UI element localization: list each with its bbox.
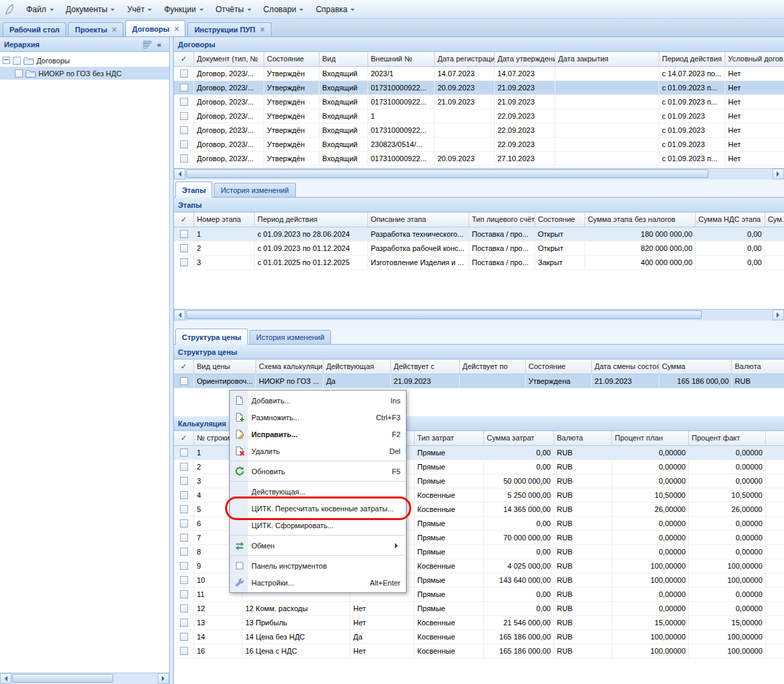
column-header[interactable]: Состояние — [535, 212, 585, 227]
checkbox[interactable] — [180, 562, 188, 570]
column-header[interactable]: Условный догов... — [725, 52, 784, 66]
column-header[interactable]: Внешний № — [368, 52, 435, 66]
tab-close-icon[interactable]: × — [174, 25, 179, 33]
collapse-panel-button[interactable]: « — [153, 39, 165, 50]
checkbox[interactable] — [180, 69, 188, 78]
context-menu-item[interactable]: Обмен — [230, 537, 406, 554]
tree-checkbox[interactable] — [13, 57, 21, 65]
column-header[interactable]: Действует по — [460, 360, 526, 374]
checkbox[interactable] — [180, 619, 188, 627]
column-header[interactable]: Состояние — [264, 52, 320, 66]
checkbox[interactable] — [180, 548, 188, 556]
row-checkbox-cell[interactable] — [174, 460, 194, 474]
view-mode-button[interactable] — [141, 39, 153, 50]
stages-tab[interactable]: Этапы — [175, 181, 212, 198]
checkbox[interactable] — [180, 534, 188, 542]
menubar-item[interactable]: Справка — [309, 3, 361, 16]
row-checkbox-cell[interactable] — [174, 474, 194, 488]
row-checkbox-cell[interactable] — [174, 95, 194, 109]
column-header[interactable]: Вид — [320, 52, 368, 66]
scroll-thumb[interactable] — [186, 169, 708, 178]
checkbox[interactable] — [180, 604, 188, 612]
column-header[interactable]: ✓ — [174, 212, 194, 227]
main-tab[interactable]: Договоры× — [125, 20, 185, 36]
column-header[interactable]: Дата закрытия — [555, 52, 659, 66]
column-header[interactable]: Дата смены состоя — [592, 360, 659, 374]
tree-node[interactable]: НИОКР по ГОЗ без НДС — [0, 67, 169, 80]
row-checkbox-cell[interactable] — [174, 531, 194, 544]
checkbox[interactable] — [180, 112, 188, 120]
table-row[interactable]: Договор, 2023/...УтверждёнВходящий2023/1… — [174, 67, 784, 81]
table-row[interactable]: 1с 01.09.2023 по 28.06.2024Разработка те… — [174, 227, 784, 241]
column-header[interactable]: Сумма этапа без налогов — [585, 212, 696, 227]
scroll-thumb[interactable] — [186, 310, 702, 319]
context-menu-item[interactable]: Размножить...Ctrl+F3 — [230, 409, 406, 426]
row-checkbox-cell[interactable] — [174, 123, 194, 137]
main-tab[interactable]: Рабочий стол — [3, 22, 66, 36]
table-row[interactable]: Ориентировоч...НИОКР по ГОЗ ...Да21.09.2… — [174, 374, 784, 389]
row-checkbox-cell[interactable] — [174, 446, 194, 459]
stages-horizontal-scrollbar[interactable] — [174, 309, 784, 320]
table-row[interactable]: 2с 01.09.2023 по 01.12.2024Разработка ра… — [174, 241, 784, 256]
column-header[interactable]: ✓ — [174, 52, 194, 66]
context-menu-item[interactable]: Настройки...Alt+Enter — [230, 574, 406, 591]
menubar-item[interactable]: Функции — [158, 3, 209, 16]
column-header[interactable]: Описание этапа — [368, 212, 469, 227]
row-checkbox-cell[interactable] — [174, 374, 194, 388]
row-checkbox-cell[interactable] — [174, 488, 194, 502]
table-row[interactable]: Договор, 2023/...УтверждёнВходящий017310… — [174, 81, 784, 95]
row-checkbox-cell[interactable] — [174, 644, 194, 658]
checkbox[interactable] — [180, 590, 188, 598]
column-header[interactable]: Номер этапа — [194, 212, 255, 227]
column-header[interactable]: Сумма — [659, 360, 732, 374]
row-checkbox-cell[interactable] — [174, 588, 194, 601]
checkbox[interactable] — [180, 491, 188, 499]
checkbox[interactable] — [180, 463, 188, 471]
main-tab[interactable]: Проекты× — [68, 22, 123, 36]
price-structure-tab[interactable]: История изменений — [249, 330, 331, 344]
column-header[interactable]: Валюта — [732, 360, 784, 374]
hierarchy-scrollbar[interactable] — [0, 673, 169, 684]
column-header[interactable]: Период действия — [255, 212, 368, 227]
column-header[interactable]: Состояние — [526, 360, 592, 374]
column-header[interactable]: Действующая — [324, 360, 391, 374]
table-row[interactable]: Договор, 2023/...УтверждёнВходящий122.09… — [174, 109, 784, 123]
main-tab[interactable]: Инструкции ПУП× — [187, 22, 271, 36]
scroll-left-button[interactable] — [174, 310, 185, 320]
row-checkbox-cell[interactable] — [174, 109, 194, 123]
column-header[interactable]: Тип затрат — [415, 431, 484, 445]
contracts-horizontal-scrollbar[interactable] — [174, 168, 784, 179]
context-menu-item[interactable]: Действующая... — [230, 483, 406, 500]
column-header[interactable] — [766, 431, 784, 445]
tree-expander-icon[interactable] — [3, 57, 10, 64]
row-checkbox-cell[interactable] — [174, 67, 194, 80]
checkbox[interactable] — [180, 126, 188, 134]
column-header[interactable]: Процент план — [612, 431, 689, 445]
row-checkbox-cell[interactable] — [174, 241, 194, 255]
table-row[interactable]: 1414 Цена без НДСДаКосвенные165 186 000,… — [174, 630, 784, 644]
column-header[interactable]: Действует с — [391, 360, 460, 374]
row-checkbox-cell[interactable] — [174, 559, 194, 573]
menubar-item[interactable]: Словари — [258, 3, 310, 16]
column-header[interactable]: Сумма затрат — [484, 431, 554, 445]
scroll-right-button[interactable] — [773, 310, 784, 320]
row-checkbox-cell[interactable] — [174, 517, 194, 530]
row-checkbox-cell[interactable] — [174, 256, 194, 269]
stages-tab[interactable]: История изменений — [214, 183, 295, 197]
menubar-item[interactable]: Отчёты — [210, 3, 258, 16]
context-menu-item[interactable]: Добавить...Ins — [230, 392, 406, 409]
table-row[interactable]: Договор, 2023/...УтверждёнВходящий017310… — [174, 152, 784, 166]
price-structure-tab[interactable]: Структура цены — [175, 329, 248, 345]
checkbox[interactable] — [180, 84, 188, 92]
row-checkbox-cell[interactable] — [174, 630, 194, 644]
checkbox[interactable] — [180, 140, 188, 148]
scroll-thumb[interactable] — [12, 674, 113, 683]
row-checkbox-cell[interactable] — [174, 152, 194, 165]
context-menu-item[interactable]: ЦИТК. Сформировать... — [230, 517, 406, 534]
checkbox[interactable] — [180, 449, 188, 457]
table-row[interactable]: Договор, 2023/...УтверждёнВходящий017310… — [174, 123, 784, 138]
table-row[interactable]: Договор, 2023/...УтверждёнВходящий230823… — [174, 138, 784, 152]
checkbox[interactable] — [180, 647, 188, 655]
checkbox[interactable] — [180, 230, 188, 238]
scroll-left-button[interactable] — [174, 169, 185, 179]
